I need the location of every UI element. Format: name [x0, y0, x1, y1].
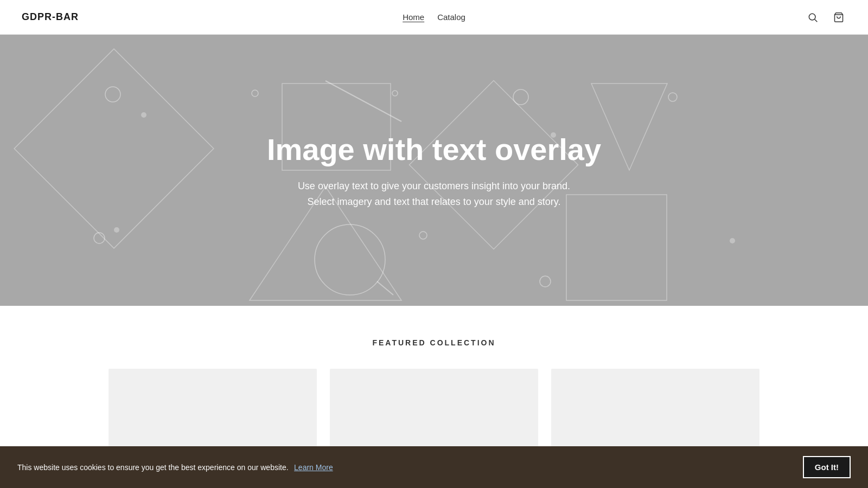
svg-point-20 [540, 276, 551, 287]
hero-content: Image with text overlay Use overlay text… [256, 131, 612, 210]
nav-home[interactable]: Home [403, 12, 424, 22]
gdpr-bar: This website uses cookies to ensure you … [0, 446, 868, 488]
svg-point-4 [105, 87, 120, 102]
hero-title: Image with text overlay [267, 131, 601, 168]
gdpr-got-it-button[interactable]: Got It! [803, 456, 851, 478]
search-icon [807, 12, 818, 23]
gdpr-message-text: This website uses cookies to ensure you … [17, 463, 289, 472]
site-header: GDPR-BAR Home Catalog [0, 0, 868, 35]
svg-line-1 [815, 19, 818, 22]
cart-icon [833, 12, 844, 23]
svg-line-9 [326, 81, 401, 121]
featured-collection-title: FEATURED COLLECTION [22, 338, 846, 347]
search-button[interactable] [805, 10, 820, 25]
svg-point-6 [94, 233, 105, 243]
site-logo[interactable]: GDPR-BAR [22, 11, 79, 23]
svg-point-23 [252, 90, 258, 97]
svg-point-19 [419, 232, 427, 239]
gdpr-message-area: This website uses cookies to ensure you … [17, 463, 333, 472]
svg-point-21 [668, 93, 677, 101]
svg-point-17 [513, 89, 528, 105]
svg-point-7 [114, 227, 119, 233]
header-icons [805, 10, 846, 25]
nav-catalog[interactable]: Catalog [437, 12, 465, 22]
gdpr-learn-more-button[interactable]: Learn More [294, 463, 333, 472]
svg-point-22 [730, 238, 735, 243]
hero-subtitle: Use overlay text to give your customers … [267, 178, 601, 210]
svg-point-5 [141, 112, 146, 118]
svg-point-16 [392, 91, 398, 96]
svg-point-0 [809, 14, 815, 20]
svg-line-11 [377, 281, 393, 295]
main-nav: Home Catalog [403, 12, 465, 22]
svg-rect-3 [14, 49, 214, 248]
cart-button[interactable] [831, 10, 846, 25]
hero-banner: Image with text overlay Use overlay text… [0, 35, 868, 306]
svg-rect-15 [566, 195, 667, 300]
